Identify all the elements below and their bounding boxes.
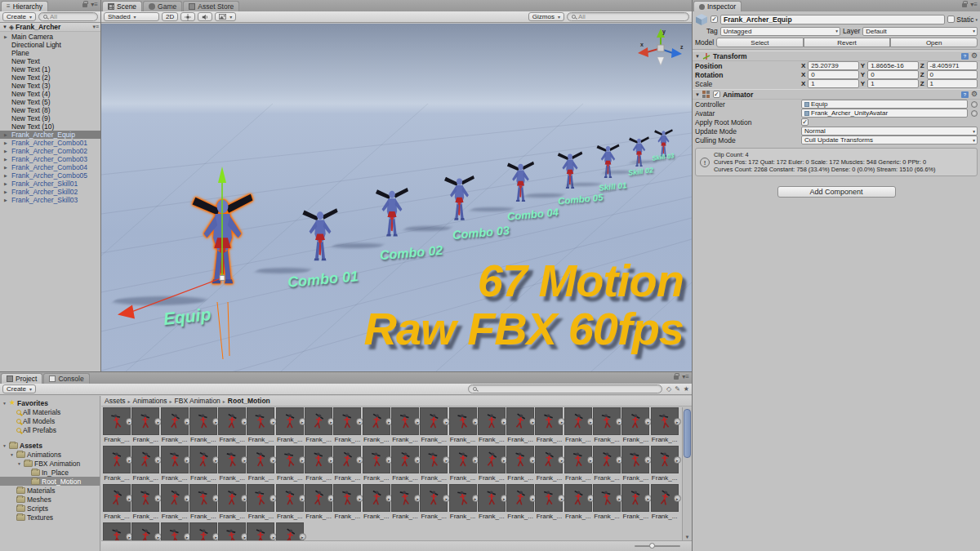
asset-item[interactable]: ▸Frank_... <box>420 446 448 484</box>
asset-item[interactable]: ▸Frank_... <box>189 407 217 446</box>
asset-item[interactable]: ▸Frank_... <box>478 484 506 522</box>
asset-item[interactable]: ▸Frank_... <box>363 407 390 446</box>
asset-item[interactable]: ▸Frank_... <box>564 446 592 484</box>
asset-item[interactable]: ▸Frank_... <box>535 446 563 484</box>
asset-item[interactable]: ▸Frank_... <box>276 446 304 484</box>
asset-item[interactable]: ▸Frank_... <box>420 484 448 522</box>
create-button[interactable]: Create <box>2 12 36 21</box>
asset-item[interactable]: ▸Frank_... <box>391 484 419 522</box>
asset-item[interactable]: ▸Frank_... <box>161 407 189 446</box>
slider-knob[interactable] <box>649 543 655 549</box>
transform-component-header[interactable]: ▼ Transform ? ⚙ <box>693 51 980 61</box>
asset-item[interactable]: ▸Frank_... <box>449 407 477 446</box>
asset-item[interactable]: ▸Frank_... <box>189 484 217 522</box>
asset-item[interactable]: ▸Frank_... <box>276 522 304 540</box>
hierarchy-item[interactable]: ▶Frank_Archer_Combo02 <box>0 147 100 155</box>
asset-item[interactable]: ▸Frank_... <box>593 407 621 446</box>
expand-arrow[interactable]: ▶ <box>4 198 11 202</box>
tab-asset-store[interactable]: Asset Store <box>183 1 239 11</box>
asset-item[interactable]: ▸Frank_... <box>276 484 304 522</box>
expand-arrow[interactable]: ▶ <box>4 132 11 137</box>
project-search-input[interactable] <box>468 384 662 393</box>
asset-item[interactable]: ▸Frank_... <box>593 484 621 522</box>
play-preview-button[interactable]: ▸ <box>674 418 681 425</box>
asset-item[interactable]: ▸Frank_... <box>535 484 563 522</box>
asset-item[interactable]: ▸Frank_... <box>363 484 390 522</box>
property-checkbox[interactable]: ✓ <box>801 118 808 126</box>
asset-item[interactable]: ▸Frank_... <box>218 484 246 522</box>
z-value-field[interactable]: -8.405971 <box>927 61 978 70</box>
asset-item[interactable]: ▸Frank_... <box>564 407 592 446</box>
hierarchy-item[interactable]: ▶Frank_Archer_Skill03 <box>0 196 100 204</box>
hierarchy-item[interactable]: New Text (2) <box>0 73 100 82</box>
scene-character[interactable] <box>301 207 340 273</box>
expand-arrow[interactable]: ▼ <box>9 452 15 457</box>
x-value-field[interactable]: 25.20739 <box>808 61 858 70</box>
breadcrumb-segment[interactable]: Animations <box>133 397 167 405</box>
hierarchy-item[interactable]: New Text (5) <box>0 98 100 106</box>
project-tree-item[interactable]: In_Place <box>0 468 100 477</box>
layer-dropdown[interactable]: Default <box>862 27 978 36</box>
panel-menu-icon[interactable]: ▾≡ <box>91 2 98 7</box>
expand-arrow[interactable]: ▶ <box>4 173 11 178</box>
model-revert-button[interactable]: Revert <box>804 38 891 47</box>
project-tree-item[interactable]: All Models <box>0 416 100 425</box>
object-picker-icon[interactable] <box>971 110 978 117</box>
gizmos-dropdown[interactable]: Gizmos <box>528 12 564 21</box>
asset-item[interactable]: ▸Frank_... <box>449 484 477 522</box>
scene-menu-icon[interactable]: ▾≡ <box>92 24 99 30</box>
breadcrumb-segment[interactable]: FBX Animation <box>175 397 220 405</box>
y-value-field[interactable]: 1 <box>867 79 918 88</box>
create-button[interactable]: Create <box>2 384 36 393</box>
hierarchy-item[interactable]: Plane <box>0 49 100 57</box>
property-dropdown[interactable]: Cull Update Transforms <box>801 136 978 144</box>
asset-item[interactable]: ▸Frank_... <box>478 446 506 484</box>
asset-item[interactable]: ▸Frank_... <box>189 446 217 484</box>
asset-item[interactable]: ▸Frank_... <box>103 407 131 446</box>
tab-game[interactable]: Game <box>143 1 182 11</box>
asset-item[interactable]: ▸Frank_... <box>305 484 332 522</box>
asset-item[interactable]: ▸Frank_... <box>103 522 131 540</box>
project-tree-item[interactable]: All Materials <box>0 407 100 416</box>
asset-item[interactable]: ▸Frank_... <box>218 407 246 446</box>
asset-item[interactable]: ▸Frank_... <box>103 446 131 484</box>
scene-character[interactable] <box>374 186 410 248</box>
tab-project[interactable]: Project <box>1 373 42 384</box>
asset-item[interactable]: ▸Frank_... <box>651 407 679 446</box>
component-enabled-checkbox[interactable]: ✓ <box>713 91 720 98</box>
breadcrumb-segment[interactable]: Root_Motion <box>228 397 270 405</box>
asset-item[interactable]: ▸Frank_... <box>621 407 649 446</box>
asset-item[interactable]: ▸Frank_... <box>506 407 534 446</box>
hierarchy-item[interactable]: New Text (4) <box>0 90 100 98</box>
hierarchy-item[interactable]: New Text <box>0 57 100 65</box>
expand-arrow[interactable]: ▶ <box>4 165 11 170</box>
scene-character[interactable] <box>189 191 256 305</box>
asset-item[interactable]: ▸Frank_... <box>305 407 332 446</box>
scene-character[interactable] <box>443 174 476 231</box>
asset-item[interactable]: ▸Frank_... <box>564 484 592 522</box>
hierarchy-item[interactable]: New Text (9) <box>0 114 100 122</box>
project-tree-item[interactable]: ▼★Favorites <box>0 398 100 407</box>
project-tree-item[interactable]: ▼Assets <box>0 441 100 450</box>
x-value-field[interactable]: 0 <box>808 70 858 79</box>
lock-icon[interactable] <box>82 3 87 7</box>
asset-item[interactable]: ▸Frank_... <box>103 484 131 522</box>
asset-item[interactable]: ▸Frank_... <box>131 446 159 484</box>
asset-item[interactable]: ▸Frank_... <box>651 446 679 484</box>
animator-component-header[interactable]: ▼ ✓ Animator ? ⚙ <box>693 89 980 100</box>
hierarchy-item[interactable]: ▶Frank_Archer_Combo03 <box>0 155 100 163</box>
gear-icon[interactable]: ⚙ <box>971 52 978 60</box>
z-value-field[interactable]: 1 <box>927 79 978 88</box>
expand-arrow[interactable]: ▶ <box>4 149 11 153</box>
expand-arrow[interactable]: ▶ <box>4 189 11 194</box>
project-tree-item[interactable]: Materials <box>0 486 100 495</box>
expand-arrow[interactable]: ▼ <box>2 443 7 448</box>
search-by-label-icon[interactable]: ✎ <box>675 385 680 393</box>
tab-hierarchy[interactable]: ≡ Hierarchy <box>1 1 48 11</box>
play-preview-button[interactable]: ▸ <box>674 456 681 464</box>
draw-mode-dropdown[interactable]: Shaded <box>104 12 159 21</box>
asset-item[interactable]: ▸Frank_... <box>131 522 159 540</box>
scrollbar-thumb[interactable] <box>684 409 691 458</box>
asset-item[interactable]: ▸Frank_... <box>363 446 390 484</box>
project-tree-item[interactable]: Meshes <box>0 495 100 504</box>
